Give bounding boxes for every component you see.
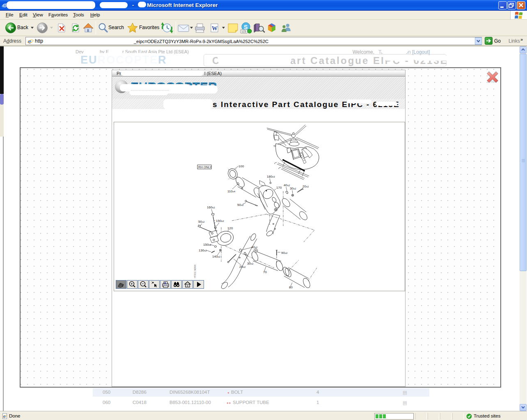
svg-text:W: W bbox=[212, 25, 218, 32]
svg-text:130x2: 130x2 bbox=[199, 249, 207, 252]
svg-text:170: 170 bbox=[276, 186, 282, 189]
svg-text:180x3: 180x3 bbox=[267, 175, 275, 178]
svg-text:80: 80 bbox=[289, 285, 293, 289]
svg-text:120: 120 bbox=[227, 226, 233, 230]
svg-text:HT2CE M2000: HT2CE M2000 bbox=[194, 265, 196, 278]
svg-text:160x2: 160x2 bbox=[207, 205, 215, 209]
svg-text:150x2: 150x2 bbox=[216, 219, 224, 223]
svg-text:30x2: 30x2 bbox=[247, 262, 254, 265]
svg-text:140x2: 140x2 bbox=[212, 255, 220, 258]
svg-text:50x2: 50x2 bbox=[237, 203, 244, 207]
svg-text:40x2: 40x2 bbox=[284, 183, 290, 187]
svg-text:50x2: 50x2 bbox=[198, 220, 205, 224]
svg-text:RH ONLY: RH ONLY bbox=[198, 165, 212, 169]
svg-text:100: 100 bbox=[238, 164, 244, 168]
svg-text:e: e bbox=[3, 414, 6, 419]
svg-text:e: e bbox=[3, 2, 7, 9]
svg-text:70: 70 bbox=[263, 270, 267, 274]
svg-text:110x4: 110x4 bbox=[227, 189, 236, 193]
svg-text:e: e bbox=[28, 38, 31, 45]
svg-text:123: 123 bbox=[241, 30, 246, 33]
svg-text:&: & bbox=[164, 281, 166, 284]
svg-text:90x2: 90x2 bbox=[281, 251, 288, 255]
svg-text:20x2: 20x2 bbox=[302, 185, 309, 188]
svg-text:30x2: 30x2 bbox=[290, 187, 296, 190]
